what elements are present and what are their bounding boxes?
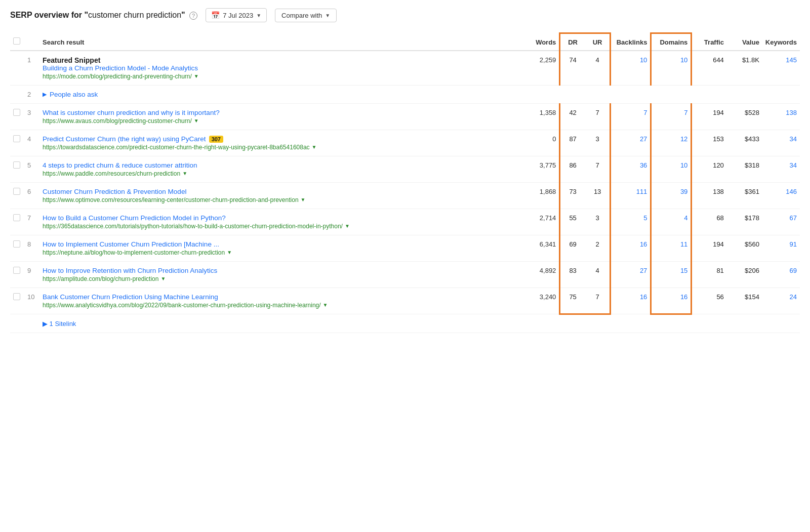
row-keywords[interactable]: 24	[762, 288, 800, 314]
row-keywords[interactable]: 146	[762, 182, 800, 209]
row-value: $560	[727, 235, 762, 261]
row-number: 6	[24, 182, 39, 209]
url-dropdown-icon[interactable]: ▼	[323, 302, 328, 308]
row-checkbox-cell[interactable]	[10, 235, 24, 261]
row-checkbox[interactable]	[13, 293, 20, 300]
url-dropdown-icon[interactable]: ▼	[182, 171, 187, 176]
row-backlinks[interactable]: 16	[611, 288, 651, 314]
sitelink-label-cell[interactable]: ▶ 1 Sitelink	[39, 314, 800, 333]
row-checkbox[interactable]	[13, 240, 20, 248]
url-dropdown-icon[interactable]: ▼	[301, 197, 306, 202]
table-row: 8 How to Implement Customer Churn Predic…	[10, 235, 800, 261]
row-checkbox[interactable]	[13, 135, 20, 142]
url-dropdown-icon[interactable]: ▼	[227, 250, 232, 255]
row-ur: 3	[585, 130, 611, 156]
result-title-link[interactable]: 4 steps to predict churn & reduce custom…	[43, 161, 521, 169]
row-traffic: 138	[692, 182, 727, 209]
url-dropdown-icon[interactable]: ▼	[345, 223, 350, 229]
row-keywords[interactable]: 34	[762, 156, 800, 182]
result-title-link[interactable]: How to Implement Customer Churn Predicti…	[43, 240, 521, 248]
table-row: 10 Bank Customer Churn Prediction Using …	[10, 288, 800, 314]
row-checkbox[interactable]	[13, 161, 20, 169]
row-keywords[interactable]: 34	[762, 130, 800, 156]
row-keywords[interactable]: 91	[762, 235, 800, 261]
row-search-result: Featured Snippet Building a Churn Predic…	[39, 51, 524, 86]
result-title-link[interactable]: What is customer churn prediction and wh…	[43, 109, 521, 116]
row-checkbox[interactable]	[13, 188, 20, 195]
row-backlinks[interactable]: 27	[611, 261, 651, 288]
row-number: 7	[24, 209, 39, 235]
row-backlinks[interactable]: 111	[611, 182, 651, 209]
people-also-ask[interactable]: ▶ People also ask	[43, 91, 797, 98]
row-dr: 55	[560, 209, 585, 235]
row-domains[interactable]: 15	[651, 261, 692, 288]
url-dropdown-icon[interactable]: ▼	[194, 73, 199, 79]
row-keywords[interactable]: 69	[762, 261, 800, 288]
row-checkbox-cell[interactable]	[10, 182, 24, 209]
row-keywords[interactable]: 67	[762, 209, 800, 235]
row-backlinks[interactable]: 16	[611, 235, 651, 261]
result-title-link[interactable]: Building a Churn Prediction Model - Mode…	[43, 64, 521, 72]
row-ur: 4	[585, 261, 611, 288]
url-text: https://www.analyticsvidhya.com/blog/202…	[43, 302, 321, 309]
sitelink-label[interactable]: ▶ 1 Sitelink	[43, 320, 76, 328]
row-domains[interactable]: 12	[651, 130, 692, 156]
row-search-result: What is customer churn prediction and wh…	[39, 103, 524, 130]
row-dr: 69	[560, 235, 585, 261]
table-header-row: Search result Words DR UR Backlinks Doma…	[10, 33, 800, 51]
url-text: https://towardsdatascience.com/predict-c…	[43, 144, 310, 151]
row-checkbox-cell[interactable]	[10, 156, 24, 182]
row-checkbox[interactable]	[13, 267, 20, 274]
result-url: https://towardsdatascience.com/predict-c…	[43, 144, 521, 151]
row-checkbox[interactable]	[13, 109, 20, 116]
help-icon[interactable]: ?	[189, 12, 197, 20]
row-checkbox-cell[interactable]	[10, 288, 24, 314]
row-dr: 74	[560, 51, 585, 86]
row-keywords[interactable]: 145	[762, 51, 800, 86]
row-checkbox[interactable]	[13, 214, 20, 221]
query-text: customer churn prediction	[88, 11, 181, 19]
row-domains[interactable]: 16	[651, 288, 692, 314]
header-checkbox[interactable]	[10, 33, 24, 51]
url-dropdown-icon[interactable]: ▼	[312, 144, 317, 150]
row-ur: 4	[585, 51, 611, 86]
row-backlinks[interactable]: 10	[611, 51, 651, 86]
row-backlinks[interactable]: 7	[611, 103, 651, 130]
result-title-link[interactable]: How to Improve Retention with Churn Pred…	[43, 267, 521, 274]
row-domains[interactable]: 11	[651, 235, 692, 261]
row-search-result: How to Build a Customer Churn Prediction…	[39, 209, 524, 235]
row-domains[interactable]: 39	[651, 182, 692, 209]
row-ur: 7	[585, 156, 611, 182]
row-words: 0	[524, 130, 560, 156]
row-ur: 7	[585, 288, 611, 314]
result-url: https://www.avaus.com/blog/predicting-cu…	[43, 117, 521, 125]
result-url: https://365datascience.com/tutorials/pyt…	[43, 223, 521, 230]
row-value: $206	[727, 261, 762, 288]
row-checkbox-cell[interactable]	[10, 130, 24, 156]
row-search-result: Predict Customer Churn (the right way) u…	[39, 130, 524, 156]
row-backlinks[interactable]: 5	[611, 209, 651, 235]
compare-with-button[interactable]: Compare with ▼	[275, 9, 337, 22]
row-domains[interactable]: 10	[651, 156, 692, 182]
row-domains[interactable]: 10	[651, 51, 692, 86]
row-checkbox-cell[interactable]	[10, 261, 24, 288]
header-checkbox-box[interactable]	[13, 37, 20, 45]
result-title-link[interactable]: Customer Churn Prediction & Prevention M…	[43, 188, 521, 195]
result-title-link[interactable]: Predict Customer Churn (the right way) u…	[43, 135, 521, 143]
row-domains[interactable]: 7	[651, 103, 692, 130]
row-domains[interactable]: 4	[651, 209, 692, 235]
url-dropdown-icon[interactable]: ▼	[160, 276, 166, 281]
date-picker-button[interactable]: 📅 7 Jul 2023 ▼	[206, 8, 267, 22]
row-keywords[interactable]: 138	[762, 103, 800, 130]
row-checkbox-cell[interactable]	[10, 209, 24, 235]
row-number: 8	[24, 235, 39, 261]
result-title-link[interactable]: Bank Customer Churn Prediction Using Mac…	[43, 293, 521, 301]
row-backlinks[interactable]: 36	[611, 156, 651, 182]
row-checkbox-cell[interactable]	[10, 103, 24, 130]
row-traffic: 56	[692, 288, 727, 314]
row-checkbox-cell	[10, 51, 24, 86]
row-backlinks[interactable]: 27	[611, 130, 651, 156]
row-traffic: 194	[692, 103, 727, 130]
url-dropdown-icon[interactable]: ▼	[194, 118, 199, 124]
result-title-link[interactable]: How to Build a Customer Churn Prediction…	[43, 214, 521, 222]
